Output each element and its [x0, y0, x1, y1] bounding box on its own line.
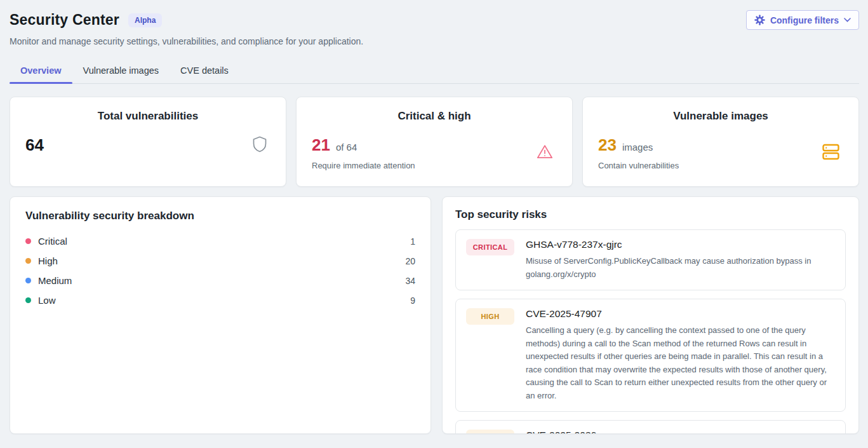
tab-bar: Overview Vulnerable images CVE details: [10, 59, 859, 84]
breakdown-title: Vulnerability security breakdown: [25, 210, 415, 222]
severity-badge: HIGH: [466, 308, 514, 325]
breakdown-row-low: Low 9: [25, 290, 415, 310]
low-dot-icon: [25, 297, 31, 303]
shield-icon: [253, 136, 267, 155]
total-vulnerabilities-value: 64: [25, 135, 44, 155]
risk-card-cve-2025-47907[interactable]: HIGH CVE-2025-47907 Cancelling a query (…: [455, 299, 846, 412]
stat-card-vulnerable-images: Vulnerable images 23 images Contain vuln…: [582, 97, 859, 187]
image-stack-icon: [822, 144, 839, 163]
breakdown-list: Critical 1 High 20 Medium 34 Low 9: [25, 231, 415, 310]
tab-overview[interactable]: Overview: [10, 59, 72, 83]
page-title: Security Center: [10, 11, 119, 29]
vulnerable-images-value: 23: [598, 135, 617, 155]
gear-icon: [754, 15, 765, 25]
critical-high-caption: Require immediate attention: [312, 161, 415, 170]
breakdown-label: Low: [38, 295, 56, 306]
breakdown-row-medium: Medium 34: [25, 271, 415, 290]
tab-cve-details[interactable]: CVE details: [170, 59, 239, 83]
top-security-risks-panel: Top security risks CRITICAL GHSA-v778-23…: [442, 196, 859, 434]
vulnerable-images-caption: Contain vulnerabilities: [598, 161, 679, 170]
stat-card-title: Total vulnerabilities: [25, 110, 270, 123]
severity-badge: CRITICAL: [466, 239, 514, 255]
breakdown-label: High: [38, 255, 58, 266]
stat-card-critical-high: Critical & high 21 of 64 Require immedia…: [296, 97, 573, 187]
risk-id: CVE-2025-47907: [526, 308, 835, 320]
breakdown-value: 1: [410, 236, 415, 247]
stat-card-title: Critical & high: [312, 110, 557, 123]
breakdown-row-critical: Critical 1: [25, 231, 415, 251]
risk-id: CVE-2025-9086: [526, 430, 835, 434]
risk-description: Misuse of ServerConfig.PublicKeyCallback…: [526, 255, 835, 281]
stat-cards-row: Total vulnerabilities 64 Critical & high: [10, 97, 859, 187]
risk-card-ghsa-v778-237x-gjrc[interactable]: CRITICAL GHSA-v778-237x-gjrc Misuse of S…: [455, 229, 846, 290]
stat-card-total-vulnerabilities: Total vulnerabilities 64: [10, 97, 286, 187]
medium-dot-icon: [25, 278, 31, 283]
vulnerability-breakdown-panel: Vulnerability security breakdown Critica…: [10, 196, 431, 434]
severity-badge: HIGH: [466, 430, 514, 434]
high-dot-icon: [25, 258, 31, 264]
tab-vulnerable-images[interactable]: Vulnerable images: [72, 59, 170, 83]
page-subtitle: Monitor and manage security settings, vu…: [10, 36, 859, 46]
page-header: Security Center Alpha Configure filters: [10, 10, 859, 30]
risk-card-cve-2025-9086[interactable]: HIGH CVE-2025-9086: [455, 420, 846, 434]
lower-panels-row: Vulnerability security breakdown Critica…: [10, 196, 859, 434]
top-risks-title: Top security risks: [455, 208, 846, 221]
vulnerable-images-suffix: images: [622, 142, 653, 153]
risk-id: GHSA-v778-237x-gjrc: [526, 239, 835, 250]
breakdown-label: Medium: [38, 275, 72, 286]
configure-filters-label: Configure filters: [770, 15, 839, 25]
chevron-down-icon: [844, 18, 851, 22]
configure-filters-button[interactable]: Configure filters: [746, 10, 859, 30]
breakdown-row-high: High 20: [25, 251, 415, 271]
critical-high-suffix: of 64: [336, 142, 357, 153]
breakdown-label: Critical: [38, 236, 67, 247]
breakdown-value: 20: [405, 256, 415, 266]
breakdown-value: 34: [405, 276, 415, 286]
stat-card-title: Vulnerable images: [598, 110, 843, 123]
critical-high-value: 21: [312, 135, 330, 155]
warning-triangle-icon: [537, 144, 553, 162]
alpha-badge: Alpha: [128, 13, 162, 27]
risk-description: Cancelling a query (e.g. by cancelling t…: [526, 324, 835, 402]
breakdown-value: 9: [410, 295, 415, 306]
security-center-page: Security Center Alpha Configure filters …: [0, 0, 868, 434]
critical-dot-icon: [25, 238, 31, 244]
